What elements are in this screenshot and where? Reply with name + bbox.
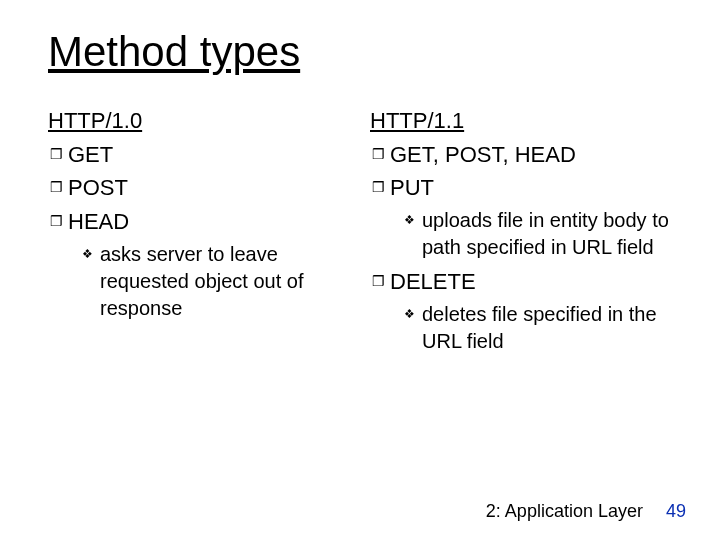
item-label: GET [68,140,350,170]
sub-item-label: uploads file in entity body to path spec… [422,207,672,261]
sub-list-item: ❖ asks server to leave requested object … [48,241,350,322]
page-number: 49 [666,501,686,521]
diamond-icon: ❖ [404,207,422,233]
list-item: ❒ PUT [370,173,672,203]
right-heading: HTTP/1.1 [370,106,672,136]
list-item: ❒ POST [48,173,350,203]
bullet-icon: ❒ [50,207,68,235]
list-item: ❒ DELETE [370,267,672,297]
sub-item-label: asks server to leave requested object ou… [100,241,350,322]
list-item: ❒ HEAD [48,207,350,237]
bullet-icon: ❒ [372,140,390,168]
diamond-icon: ❖ [404,301,422,327]
left-heading: HTTP/1.0 [48,106,350,136]
item-label: POST [68,173,350,203]
list-item: ❒ GET, POST, HEAD [370,140,672,170]
left-column: HTTP/1.0 ❒ GET ❒ POST ❒ HEAD ❖ asks serv… [48,106,350,361]
sub-list-item: ❖ uploads file in entity body to path sp… [370,207,672,261]
item-label: DELETE [390,267,672,297]
footer: 2: Application Layer 49 [486,501,686,522]
columns: HTTP/1.0 ❒ GET ❒ POST ❒ HEAD ❖ asks serv… [48,106,672,361]
slide: Method types HTTP/1.0 ❒ GET ❒ POST ❒ HEA… [0,0,720,540]
diamond-icon: ❖ [82,241,100,267]
sub-item-label: deletes file specified in the URL field [422,301,672,355]
item-label: HEAD [68,207,350,237]
bullet-icon: ❒ [372,267,390,295]
footer-chapter: 2: Application Layer [486,501,643,521]
sub-list-item: ❖ deletes file specified in the URL fiel… [370,301,672,355]
list-item: ❒ GET [48,140,350,170]
bullet-icon: ❒ [50,140,68,168]
item-label: PUT [390,173,672,203]
bullet-icon: ❒ [372,173,390,201]
item-label: GET, POST, HEAD [390,140,672,170]
slide-title: Method types [48,28,672,76]
bullet-icon: ❒ [50,173,68,201]
right-column: HTTP/1.1 ❒ GET, POST, HEAD ❒ PUT ❖ uploa… [370,106,672,361]
